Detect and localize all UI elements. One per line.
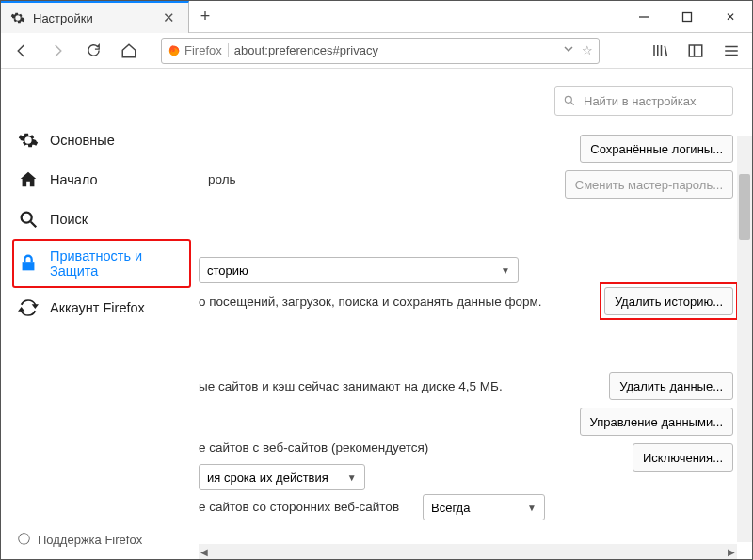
svg-rect-1 — [683, 12, 692, 21]
sidebar-item-search[interactable]: Поиск — [12, 200, 191, 239]
sidebar-support-link[interactable]: ⓘ Поддержка Firefox — [18, 531, 142, 548]
cache-description: ые сайтов и кэш сейчас занимают на диске… — [199, 379, 503, 393]
sidebar-item-privacy[interactable]: Приватность и Защита — [12, 239, 191, 288]
window-close-button[interactable]: ✕ — [709, 1, 752, 32]
sidebar-item-home[interactable]: Начало — [12, 160, 191, 200]
exceptions-button[interactable]: Исключения... — [633, 443, 733, 472]
sidebar-item-account[interactable]: Аккаунт Firefox — [12, 288, 191, 328]
change-master-password-button[interactable]: Сменить мастер-пароль... — [565, 170, 733, 199]
history-description: о посещений, загрузок, поиска и сохранят… — [199, 295, 542, 309]
history-mode-dropdown[interactable]: сторию ▼ — [199, 257, 519, 283]
help-icon: ⓘ — [18, 531, 30, 548]
sidebar-item-label: Поиск — [50, 212, 88, 227]
text-fragment: роль — [208, 172, 236, 186]
sidebar-item-label: Начало — [50, 172, 98, 187]
search-icon — [18, 209, 39, 230]
search-icon — [563, 94, 576, 107]
scroll-left-icon[interactable]: ◀ — [200, 547, 208, 557]
window-minimize-button[interactable] — [622, 1, 665, 32]
sidebar-button[interactable] — [682, 38, 709, 64]
clear-data-button[interactable]: Удалить данные... — [609, 372, 733, 400]
svg-line-6 — [31, 222, 37, 228]
vertical-scrollbar[interactable] — [737, 136, 752, 542]
manage-data-button[interactable]: Управление данными... — [580, 408, 733, 436]
window-maximize-button[interactable] — [665, 1, 709, 32]
new-tab-button[interactable]: + — [189, 1, 221, 32]
reload-button[interactable] — [80, 38, 106, 64]
home-button[interactable] — [116, 38, 142, 64]
chevron-down-icon: ▼ — [501, 265, 510, 276]
scroll-right-icon[interactable]: ▶ — [728, 547, 735, 557]
cookies-recommended-text: е сайтов с веб-сайтов (рекомендуется) — [199, 440, 428, 455]
svg-point-8 — [565, 96, 571, 103]
svg-rect-7 — [23, 262, 35, 270]
app-menu-button[interactable] — [718, 38, 745, 64]
svg-rect-3 — [689, 45, 702, 56]
identity-label: Firefox — [184, 43, 222, 57]
nav-back-button[interactable] — [8, 38, 35, 64]
url-text: about:preferences#privacy — [234, 43, 563, 57]
nav-forward-button[interactable] — [44, 38, 71, 64]
highlight-clear-history — [600, 282, 738, 320]
third-party-cookies-text: е сайтов со сторонних веб-сайтов — [199, 500, 399, 514]
horizontal-scrollbar[interactable]: ◀ ▶ — [199, 544, 737, 559]
browser-tab[interactable]: Настройки ✕ — [1, 1, 189, 33]
svg-point-5 — [22, 213, 32, 223]
tab-close-icon[interactable]: ✕ — [159, 8, 179, 28]
keep-until-dropdown[interactable]: ия срока их действия ▼ — [199, 464, 365, 490]
sidebar-item-label: Основные — [50, 133, 115, 148]
sidebar-item-label: Приватность и Защита — [50, 248, 185, 279]
sidebar-item-general[interactable]: Основные — [12, 120, 191, 160]
chevron-down-icon: ▼ — [347, 472, 357, 483]
sync-icon — [18, 297, 39, 318]
address-bar[interactable]: Firefox about:preferences#privacy ☆ — [161, 38, 600, 64]
scroll-thumb[interactable] — [739, 174, 750, 240]
firefox-icon — [168, 44, 181, 57]
home-icon — [18, 169, 39, 190]
lock-icon — [18, 253, 39, 274]
gear-icon — [10, 10, 25, 25]
gear-icon — [18, 130, 39, 151]
bookmark-star-icon[interactable]: ☆ — [582, 43, 593, 57]
identity-box[interactable]: Firefox — [168, 43, 229, 57]
chevron-down-icon: ▼ — [527, 503, 537, 513]
sidebar-item-label: Аккаунт Firefox — [50, 300, 145, 315]
svg-line-9 — [571, 103, 574, 105]
third-party-dropdown[interactable]: Всегда ▼ — [423, 494, 545, 520]
preferences-search-input[interactable]: Найти в настройках — [554, 86, 733, 116]
dropdown-icon[interactable] — [563, 43, 574, 57]
library-button[interactable] — [647, 38, 673, 64]
saved-logins-button[interactable]: Сохранённые логины... — [580, 135, 733, 163]
tab-title: Настройки — [33, 11, 93, 25]
